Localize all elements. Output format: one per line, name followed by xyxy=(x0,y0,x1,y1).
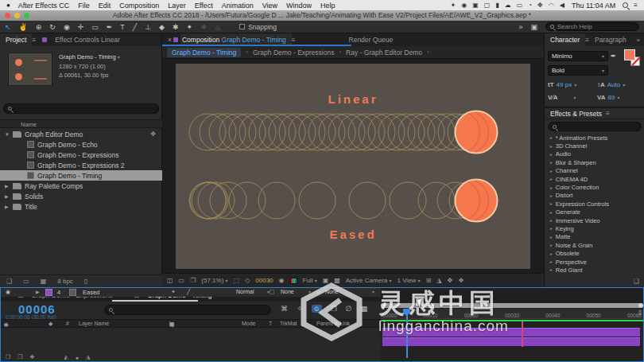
comp-marker-bin-icon[interactable]: ▯ xyxy=(638,309,642,316)
flowchart-button-icon[interactable]: ❖ xyxy=(458,277,464,284)
layer-label-swatch[interactable] xyxy=(45,289,52,296)
category-label[interactable]: Distort xyxy=(556,192,573,199)
new-composition-icon[interactable]: ▦ xyxy=(41,278,47,285)
composition-marker-line[interactable] xyxy=(522,321,523,347)
always-preview-icon[interactable]: ◫ xyxy=(167,277,173,284)
tree-item-label[interactable]: Title xyxy=(25,203,37,211)
category-caret-icon[interactable]: ▸ xyxy=(550,201,553,206)
tree-caret-icon[interactable]: ▶ xyxy=(5,204,13,209)
breadcrumb[interactable]: Graph Demo - Expressions xyxy=(253,49,335,56)
effects-category-item[interactable]: ▸ Generate xyxy=(545,208,644,216)
tab-project[interactable]: Project xyxy=(0,33,32,46)
timeline-button-icon[interactable]: ✥ xyxy=(447,277,452,284)
parent-pickwhip-icon[interactable]: ◎ xyxy=(316,289,320,295)
zoom-tool[interactable]: ⊕ xyxy=(36,21,42,33)
category-caret-icon[interactable]: ▸ xyxy=(550,144,553,149)
pixel-aspect-icon[interactable]: ⊞ xyxy=(426,277,432,284)
category-label[interactable]: Keying xyxy=(556,225,574,232)
category-caret-icon[interactable]: ▸ xyxy=(550,251,553,256)
frame-blend-toggle-icon[interactable]: ❒ xyxy=(17,354,22,360)
category-caret-icon[interactable]: ▸ xyxy=(550,226,553,231)
project-search-field[interactable] xyxy=(3,103,159,114)
effects-panel-menu-icon[interactable]: ≡ xyxy=(606,110,610,117)
category-label[interactable]: Red Giant xyxy=(556,267,583,274)
align-tool[interactable]: ❖ xyxy=(200,21,207,33)
trash-icon[interactable]: ▯ xyxy=(84,278,87,285)
timeline-search-input[interactable] xyxy=(116,306,266,313)
type-tool[interactable]: T xyxy=(120,21,125,33)
parent-link-select[interactable]: None▾ xyxy=(325,289,374,294)
apple-logo-icon[interactable]: ● xyxy=(6,2,10,9)
tree-caret-icon[interactable]: ▶ xyxy=(5,193,13,199)
preserve-transparency-checkbox[interactable] xyxy=(270,290,274,294)
tree-item[interactable]: ▶ Ray Palette Comps xyxy=(0,181,162,191)
keynote-status-icon[interactable]: ▢ xyxy=(484,2,491,9)
tree-item[interactable]: ▶ Solids xyxy=(0,191,162,201)
pan-behind-tool[interactable]: ✛ xyxy=(78,21,84,33)
navigator-right-handle[interactable] xyxy=(638,303,643,308)
timeline-zoom-slider-knob[interactable]: ● xyxy=(76,355,79,360)
category-caret-icon[interactable]: ▸ xyxy=(550,218,553,223)
camera-view-select[interactable]: Active Camera ▾ xyxy=(346,277,392,284)
chevron-down-icon[interactable]: ▾ xyxy=(573,95,576,100)
trkmat-select[interactable]: None▾ xyxy=(281,289,311,294)
menu-item[interactable]: Layer xyxy=(168,2,186,10)
transparency-grid-icon[interactable]: ▩ xyxy=(334,277,340,284)
composition-viewer[interactable]: Linear Eased xyxy=(162,59,544,273)
effects-search-input[interactable] xyxy=(560,123,637,130)
layer-duration-bar[interactable] xyxy=(382,328,640,337)
category-caret-icon[interactable]: ▸ xyxy=(550,267,553,272)
category-label[interactable]: Channel xyxy=(556,167,578,174)
tree-item[interactable]: Graph Demo - Expressions xyxy=(0,150,162,160)
layer-name[interactable]: Eased xyxy=(80,289,169,296)
threed-column-icon[interactable]: ☉ xyxy=(169,321,174,328)
mode-column-header[interactable]: Mode xyxy=(242,321,256,326)
camera-status-icon[interactable]: ◉ xyxy=(461,2,467,9)
effects-category-item[interactable]: ▸ Color Correction xyxy=(545,183,644,191)
project-search-input[interactable] xyxy=(15,105,154,112)
effects-category-item[interactable]: ▸ Perspective xyxy=(545,258,644,266)
effects-category-item[interactable]: ▸ CINEMA 4D xyxy=(545,175,644,183)
snapping-checkbox[interactable] xyxy=(239,24,245,29)
zoom-in-mountain-icon[interactable]: ◮ xyxy=(86,354,90,360)
playhead-line[interactable] xyxy=(406,309,408,358)
category-label[interactable]: Color Correction xyxy=(556,184,599,191)
expand-layers-icon[interactable]: ❐ xyxy=(6,354,10,360)
layer-quality-switch-icon[interactable]: ╱ xyxy=(187,289,190,295)
kerning-control[interactable]: V∕A ▾ xyxy=(548,94,576,101)
pen-tool[interactable]: ✒ xyxy=(107,21,113,33)
number-column-header[interactable]: # xyxy=(66,321,69,326)
effects-category-item[interactable]: ▸ Keying xyxy=(545,224,644,232)
effects-search-field[interactable] xyxy=(548,122,642,131)
region-of-interest-icon[interactable]: ▣ xyxy=(323,277,329,284)
tab-character[interactable]: Character xyxy=(545,33,585,46)
category-caret-icon[interactable]: ▸ xyxy=(550,169,553,173)
chevron-down-icon[interactable]: ▾ xyxy=(617,95,619,100)
snapshot-icon[interactable]: ◉ xyxy=(279,277,285,284)
category-caret-icon[interactable]: ▸ xyxy=(550,259,553,264)
tree-item[interactable]: Graph Demo - Expressions 2 xyxy=(0,160,162,170)
tree-item-label[interactable]: Graph Demo - Echo xyxy=(37,141,98,149)
navigator-left-handle[interactable] xyxy=(381,303,386,308)
effects-category-item[interactable]: ▸ Matte xyxy=(545,233,644,241)
effects-category-item[interactable]: ▸ Expression Controls xyxy=(545,200,644,208)
layer-name-column-header[interactable]: Layer Name xyxy=(79,321,109,326)
interpret-footage-icon[interactable]: ❏ xyxy=(6,278,12,285)
font-size-control[interactable]: tT 49 px ▾ xyxy=(548,81,576,88)
category-label[interactable]: Immersive Video xyxy=(556,217,600,224)
mask-visibility-icon[interactable]: ◇ xyxy=(245,277,250,284)
tree-item-label[interactable]: Ray Palette Comps xyxy=(25,182,83,190)
menu-item[interactable]: Effect xyxy=(195,2,213,10)
composition-canvas[interactable]: Linear Eased xyxy=(176,64,530,269)
cloud-icon[interactable]: ☁ xyxy=(505,2,511,9)
selection-tool[interactable]: ↖ xyxy=(5,21,11,33)
font-size-value[interactable]: 49 px xyxy=(557,81,572,88)
layer-expand-icon[interactable]: ▶ xyxy=(36,289,40,294)
category-label[interactable]: 3D Channel xyxy=(556,142,588,150)
project-panel-menu-icon[interactable]: ≡ xyxy=(32,37,36,44)
menu-item[interactable]: Animation xyxy=(222,2,254,10)
tree-item-label[interactable]: Graph Demo - Expressions xyxy=(37,151,119,159)
minimize-window-button[interactable] xyxy=(14,13,20,18)
frame-blending-icon[interactable]: ❐ xyxy=(331,305,337,313)
category-caret-icon[interactable]: ▸ xyxy=(550,193,553,198)
